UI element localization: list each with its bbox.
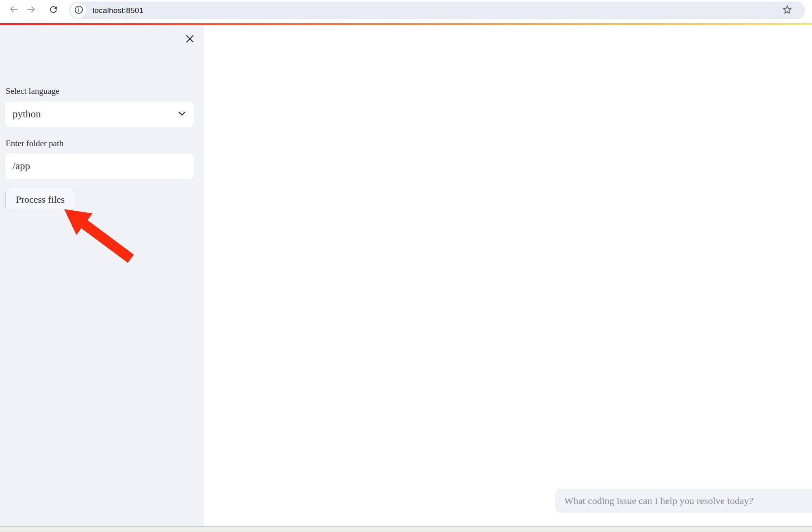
sidebar-close-button[interactable] (183, 32, 197, 46)
url-text[interactable]: localhost:8501 (93, 2, 143, 19)
chat-input[interactable] (555, 489, 812, 513)
folder-path-label: Enter folder path (6, 138, 63, 149)
bookmark-button[interactable] (780, 3, 795, 18)
chevron-down-icon (178, 111, 186, 118)
info-icon (74, 5, 84, 16)
chat-input-container (555, 489, 812, 513)
reload-button[interactable] (46, 3, 60, 17)
process-files-button[interactable]: Process files (5, 189, 75, 210)
star-icon (782, 4, 793, 17)
folder-path-field-wrap (5, 154, 194, 179)
folder-path-input[interactable] (5, 154, 194, 179)
back-arrow-icon (9, 4, 19, 16)
language-select-value: python (13, 108, 41, 120)
annotation-arrow (53, 202, 138, 265)
language-select-label: Select language (6, 86, 59, 96)
forward-button[interactable] (24, 3, 38, 17)
app-view: Select language python Enter folder path… (0, 25, 812, 526)
reload-icon (48, 4, 58, 16)
back-button[interactable] (7, 3, 21, 17)
close-icon (184, 33, 195, 46)
browser-toolbar: localhost:8501 (0, 0, 812, 23)
window-bottom-strip (0, 526, 812, 532)
site-info-chip[interactable] (71, 3, 86, 18)
browser-window: localhost:8501 Select language python (0, 0, 812, 532)
forward-arrow-icon (26, 4, 37, 16)
sidebar: Select language python Enter folder path… (0, 25, 204, 526)
address-bar[interactable]: localhost:8501 (69, 2, 805, 19)
main-content (204, 25, 812, 526)
language-select[interactable]: python (5, 102, 194, 127)
